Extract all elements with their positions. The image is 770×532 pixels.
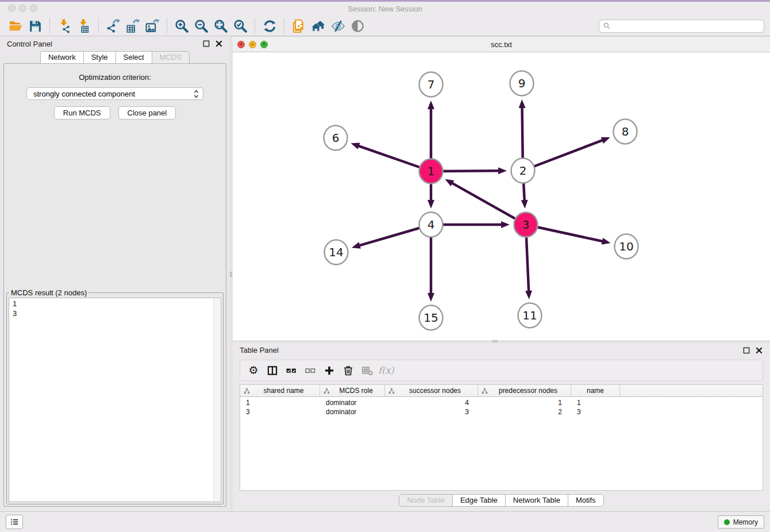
search-input[interactable] <box>613 21 760 30</box>
graph-node-2[interactable]: 2 <box>511 159 535 183</box>
column-header-mcds-role[interactable]: MCDS role <box>320 385 385 396</box>
import-table-icon[interactable] <box>74 18 94 34</box>
delete-icon[interactable] <box>340 363 357 379</box>
table-row[interactable]: 3dominator323 <box>240 407 763 417</box>
network-maximize-icon[interactable]: + <box>260 41 268 48</box>
table-cell: dominator <box>320 399 385 407</box>
deselect-all-icon[interactable] <box>302 363 319 379</box>
column-label: name <box>573 387 617 395</box>
search-box[interactable] <box>599 20 764 33</box>
settings-icon[interactable]: ⚙ <box>245 363 262 379</box>
memory-button[interactable]: Memory <box>718 515 764 529</box>
tab-mcds[interactable]: MCDS <box>152 51 190 64</box>
graph-node-10[interactable]: 10 <box>615 234 638 259</box>
tab-motifs[interactable]: Motifs <box>568 494 604 507</box>
graph-arrowhead <box>428 293 434 302</box>
hide-eye-icon[interactable] <box>328 18 348 34</box>
close-window-icon[interactable] <box>8 5 16 12</box>
tab-network[interactable]: Network <box>40 51 84 64</box>
task-history-button[interactable] <box>6 515 23 529</box>
maximize-window-icon[interactable] <box>30 5 37 12</box>
add-icon[interactable] <box>321 363 338 379</box>
open-session-icon[interactable] <box>6 18 25 34</box>
export-network-icon[interactable] <box>103 18 123 34</box>
graph-edge-3-1[interactable] <box>452 183 526 225</box>
column-header-shared-name[interactable]: shared name <box>240 385 320 396</box>
graph-node-6[interactable]: 6 <box>324 126 348 151</box>
graph-node-7[interactable]: 7 <box>419 72 443 97</box>
optimization-criterion-select[interactable]: strongly connected component <box>26 87 203 100</box>
select-all-icon[interactable] <box>283 363 300 379</box>
table-cell: 1 <box>240 399 320 407</box>
table-cell: 3 <box>240 408 320 416</box>
function-builder-icon[interactable]: f(x) <box>378 363 395 379</box>
graph-node-1[interactable]: 1 <box>419 159 443 184</box>
mcds-result-line: 3 <box>13 309 211 318</box>
new-network-from-selection-icon[interactable] <box>289 18 309 34</box>
tab-edge-table[interactable]: Edge Table <box>452 494 506 507</box>
column-header-predecessor-nodes[interactable]: predecessor nodes <box>478 385 571 396</box>
graph-arrowhead <box>351 143 360 149</box>
graph-arrowhead <box>601 137 610 144</box>
zoom-in-icon[interactable] <box>172 18 191 34</box>
graph-node-3[interactable]: 3 <box>514 213 538 237</box>
graph-arrowhead <box>445 179 454 187</box>
graph-node-15[interactable]: 15 <box>419 306 443 330</box>
graph-node-label: 6 <box>332 131 340 145</box>
network-minimize-icon[interactable]: − <box>249 41 256 48</box>
column-tree-icon <box>388 388 395 394</box>
close-panel-icon[interactable] <box>215 40 223 48</box>
float-table-panel-icon[interactable] <box>742 346 750 354</box>
table-row[interactable]: 1dominator411 <box>240 398 763 407</box>
graph-edge-2-8[interactable] <box>523 140 603 171</box>
delete-table-icon[interactable] <box>359 363 376 379</box>
mcds-result-textarea[interactable]: 13 <box>9 298 221 502</box>
tab-select[interactable]: Select <box>116 51 152 64</box>
zoom-out-icon[interactable] <box>191 18 211 34</box>
splitter-grip[interactable] <box>492 340 498 342</box>
tab-style[interactable]: Style <box>83 51 116 64</box>
run-mcds-button[interactable]: Run MCDS <box>54 106 110 119</box>
save-session-icon[interactable] <box>25 18 45 34</box>
table-cell: 1 <box>571 399 620 407</box>
zoom-fit-icon[interactable] <box>211 18 230 34</box>
export-table-icon[interactable] <box>123 18 143 34</box>
graph-node-9[interactable]: 9 <box>510 71 534 96</box>
network-graph[interactable]: 7968124314101511 <box>233 52 770 340</box>
close-table-panel-icon[interactable] <box>755 346 763 354</box>
memory-status-icon <box>724 519 730 525</box>
toggle-columns-icon[interactable] <box>264 363 281 379</box>
toolbar-separator <box>98 18 99 33</box>
minimize-window-icon[interactable] <box>19 5 26 12</box>
import-network-icon[interactable] <box>55 18 74 34</box>
column-label: predecessor nodes <box>488 387 568 395</box>
tab-node-table[interactable]: Node Table <box>399 494 453 507</box>
graph-arrowhead <box>519 99 526 108</box>
network-close-icon[interactable]: × <box>237 41 245 48</box>
double-home-icon[interactable] <box>309 18 328 34</box>
graph-node-8[interactable]: 8 <box>614 119 637 144</box>
graph-node-label: 3 <box>522 218 530 232</box>
graph-node-4[interactable]: 4 <box>419 213 443 237</box>
column-header-successor-nodes[interactable]: successor nodes <box>385 385 478 396</box>
splitter-grip[interactable] <box>230 272 232 277</box>
close-panel-button[interactable]: Close panel <box>118 106 176 119</box>
result-scrollbar[interactable] <box>213 299 220 501</box>
network-window-controls: × − + <box>237 41 268 48</box>
zoom-selected-icon[interactable] <box>230 18 250 34</box>
contrast-eye-icon[interactable] <box>348 18 367 34</box>
mcds-result-title: MCDS result (2 nodes) <box>9 288 88 297</box>
column-header-name[interactable]: name <box>571 385 620 396</box>
horizontal-splitter[interactable] <box>233 340 770 343</box>
network-canvas[interactable]: 7968124314101511 <box>233 52 770 340</box>
graph-node-14[interactable]: 14 <box>325 240 348 265</box>
float-panel-icon[interactable] <box>202 40 210 48</box>
main-content: Control Panel NetworkStyleSelectMCDS Opt… <box>0 36 770 511</box>
graph-arrowhead <box>428 101 434 109</box>
graph-node-11[interactable]: 11 <box>518 303 542 328</box>
tab-network-table[interactable]: Network Table <box>505 494 568 507</box>
export-image-icon[interactable] <box>143 18 162 34</box>
table-cell: 2 <box>478 408 571 416</box>
refresh-icon[interactable] <box>260 18 279 34</box>
mcds-result-line: 1 <box>13 299 211 309</box>
